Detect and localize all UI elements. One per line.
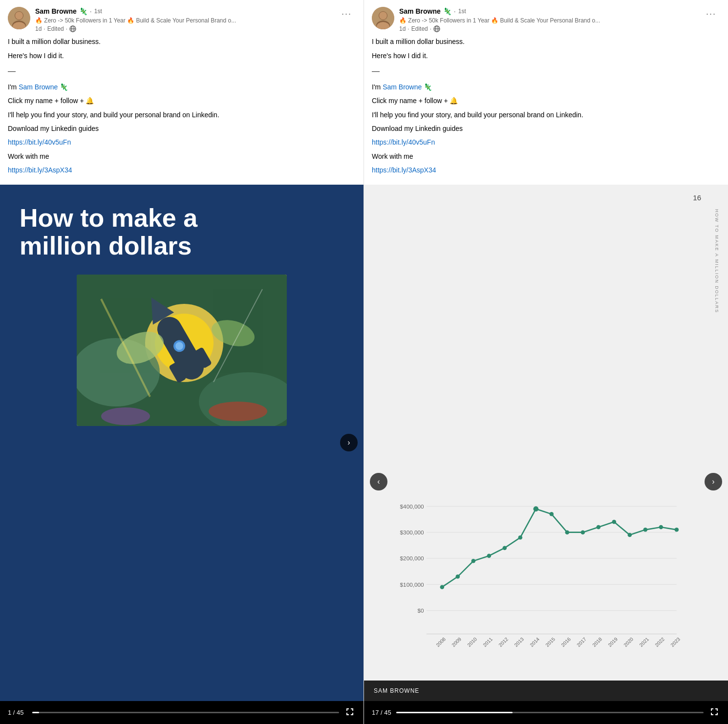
right-slide-number: 16 — [693, 193, 701, 202]
svg-text:2022: 2022 — [654, 636, 666, 648]
left-text-line1: I built a million dollar business. — [8, 36, 356, 47]
right-tagline-text: 🔥 Zero -> 50k Followers in 1 Year 🔥 Buil… — [399, 17, 600, 24]
chart-point-2013 — [518, 535, 523, 540]
right-progress-bar: 17 / 45 — [364, 701, 728, 724]
right-more-menu-btn[interactable]: ··· — [702, 7, 720, 21]
right-text-line1: I built a million dollar business. — [372, 36, 720, 47]
left-author-name[interactable]: Sam Browne — [35, 7, 77, 17]
svg-text:2009: 2009 — [451, 636, 463, 648]
chart-point-2012 — [503, 546, 507, 550]
left-post-meta: 1d · Edited · — [35, 25, 236, 32]
left-text-line3: I'm Sam Browne 🦎 — [8, 82, 356, 92]
svg-text:2011: 2011 — [482, 636, 494, 648]
svg-text:2010: 2010 — [467, 636, 478, 648]
right-text-line2: Here's how I did it. — [372, 50, 720, 61]
left-link-work[interactable]: https://bit.ly/3AspX34 — [8, 166, 72, 174]
right-text-author-link[interactable]: Sam Browne 🦎 — [383, 83, 432, 91]
right-text-im: I'm — [372, 83, 383, 91]
right-carousel-prev-btn[interactable]: ‹ — [370, 473, 387, 490]
chart-point-2017 — [581, 530, 585, 534]
left-globe-icon — [69, 25, 76, 32]
left-text-author-link[interactable]: Sam Browne 🦎 — [19, 83, 68, 91]
right-chart-area: $400,000 $300,000 $200,000 $100,000 $0 2… — [393, 496, 689, 652]
right-author-dot: · — [454, 7, 456, 17]
svg-text:2013: 2013 — [514, 636, 525, 648]
right-link-work[interactable]: https://bit.ly/3AspX34 — [372, 166, 436, 174]
left-text-link2: https://bit.ly/3AspX34 — [8, 165, 356, 175]
svg-text:$400,000: $400,000 — [400, 503, 424, 510]
svg-text:$300,000: $300,000 — [400, 529, 424, 535]
chart-point-2008 — [440, 585, 445, 589]
right-carousel-slide: 16 HOW TO MAKE A MILLION DOLLARS $400,00… — [364, 185, 728, 702]
left-author-name-row: Sam Browne 🦎 · 1st — [35, 7, 236, 17]
left-text-im: I'm — [8, 83, 19, 91]
chart-point-2023 — [675, 528, 679, 532]
left-carousel-title: How to make a million dollars — [20, 204, 197, 260]
right-carousel-bottom-bar: SAM BROWNE — [364, 681, 728, 701]
chart-point-2010 — [471, 559, 476, 563]
left-progress-fill — [32, 712, 39, 713]
right-text-link1: https://bit.ly/40v5uFn — [372, 137, 720, 148]
right-meta-edited: Edited — [411, 25, 428, 32]
right-author-dino-emoji: 🦎 — [443, 7, 451, 17]
right-fullscreen-btn[interactable] — [708, 706, 720, 719]
left-meta-dot1: · — [43, 25, 45, 32]
svg-text:$100,000: $100,000 — [400, 581, 424, 588]
svg-text:2018: 2018 — [592, 636, 603, 648]
left-post-header: Sam Browne 🦎 · 1st 🔥 Zero -> 50k Followe… — [0, 0, 364, 36]
left-text-line2: Here's how I did it. — [8, 50, 356, 61]
svg-point-31 — [379, 12, 387, 20]
chart-point-2019 — [612, 520, 617, 524]
right-globe-icon — [433, 25, 440, 32]
left-author-info: Sam Browne 🦎 · 1st 🔥 Zero -> 50k Followe… — [35, 7, 236, 32]
chart-point-2015 — [550, 512, 554, 516]
svg-text:2016: 2016 — [560, 636, 572, 648]
right-progress-track[interactable] — [396, 712, 704, 713]
left-more-menu-btn[interactable]: ··· — [338, 7, 356, 21]
svg-point-3 — [15, 12, 23, 20]
svg-text:$0: $0 — [417, 607, 424, 614]
left-author-tagline: 🔥 Zero -> 50k Followers in 1 Year 🔥 Buil… — [35, 17, 236, 25]
left-text-line5: I'll help you find your story, and build… — [8, 109, 356, 120]
left-tagline-text: 🔥 Zero -> 50k Followers in 1 Year 🔥 Buil… — [35, 17, 236, 24]
chart-point-2014 — [534, 506, 539, 511]
left-slide-1: How to make a million dollars — [0, 185, 364, 702]
right-progress-fill — [396, 712, 513, 713]
right-link-guides[interactable]: https://bit.ly/40v5uFn — [372, 138, 435, 146]
right-author-info: Sam Browne 🦎 · 1st 🔥 Zero -> 50k Followe… — [399, 7, 600, 32]
chart-point-2022 — [659, 525, 664, 530]
left-meta-time: 1d — [35, 25, 42, 32]
left-progress-track[interactable] — [32, 712, 339, 713]
right-text-line8: Work with me — [372, 151, 720, 162]
left-text-line4: Click my name + follow + 🔔 — [8, 95, 356, 106]
chart-point-2011 — [487, 554, 492, 558]
right-meta-dot1: · — [407, 25, 409, 32]
right-author-name[interactable]: Sam Browne — [399, 7, 441, 17]
left-progress-bar: 1 / 45 — [0, 701, 364, 724]
right-progress-count: 17 / 45 — [372, 709, 391, 716]
svg-text:2021: 2021 — [639, 636, 650, 648]
right-post-header: Sam Browne 🦎 · 1st 🔥 Zero -> 50k Followe… — [364, 0, 728, 36]
right-carousel-next-btn[interactable]: › — [705, 473, 722, 490]
left-carousel-next-btn[interactable]: › — [340, 434, 358, 451]
left-author-dot: · — [90, 7, 92, 17]
left-carousel-title-line1: How to make a — [20, 204, 197, 232]
left-carousel: How to make a million dollars — [0, 185, 364, 702]
right-author-section: Sam Browne 🦎 · 1st 🔥 Zero -> 50k Followe… — [372, 7, 600, 32]
left-link-guides[interactable]: https://bit.ly/40v5uFn — [8, 138, 71, 146]
right-post-panel: Sam Browne 🦎 · 1st 🔥 Zero -> 50k Followe… — [364, 0, 728, 724]
right-chart-svg: $400,000 $300,000 $200,000 $100,000 $0 2… — [393, 496, 689, 652]
left-fullscreen-btn[interactable] — [344, 706, 356, 719]
right-post-text: I built a million dollar business. Here'… — [364, 36, 728, 184]
svg-text:2008: 2008 — [435, 636, 447, 648]
right-text-line6: Download my Linkedin guides — [372, 123, 720, 134]
svg-text:2014: 2014 — [529, 636, 541, 648]
right-bottom-name: SAM BROWNE — [374, 687, 419, 694]
left-avatar[interactable] — [8, 7, 30, 29]
left-carousel-title-line2: million dollars — [20, 232, 192, 260]
left-text-line8: Work with me — [8, 151, 356, 162]
svg-text:2020: 2020 — [623, 636, 635, 648]
svg-text:2019: 2019 — [607, 636, 619, 648]
right-avatar[interactable] — [372, 7, 394, 29]
left-text-link1: https://bit.ly/40v5uFn — [8, 137, 356, 148]
